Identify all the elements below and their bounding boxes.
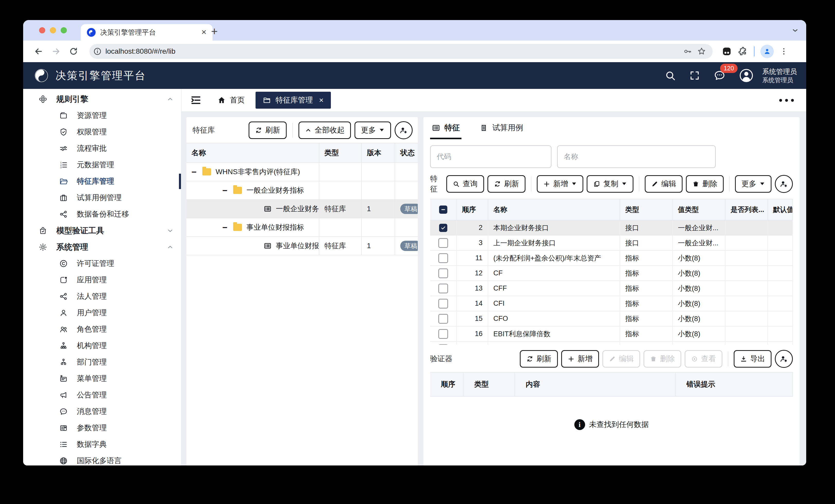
validator-delete-button[interactable]: 删除 xyxy=(644,350,681,368)
bookmark-star-icon[interactable] xyxy=(697,46,707,56)
tab-close-button[interactable]: × xyxy=(201,27,206,36)
tree-row-general-folder[interactable]: − 一般企业财务指标 xyxy=(186,181,319,200)
close-tab-icon[interactable]: × xyxy=(319,96,324,105)
row-checkbox[interactable] xyxy=(430,220,457,235)
sidebar-item-data-dict[interactable]: 数据字典 xyxy=(23,436,181,453)
browser-menu-kebab-icon[interactable] xyxy=(779,47,788,56)
tab-features[interactable]: 特征 xyxy=(430,123,462,139)
features-more-button[interactable]: 更多 xyxy=(735,175,772,193)
sidebar-item-feature-lib-mgmt[interactable]: 特征库管理 xyxy=(23,173,181,190)
sidebar-item-legal-entity-mgmt[interactable]: 法人管理 xyxy=(23,288,181,304)
messages-button[interactable]: 120 xyxy=(713,69,726,82)
row-checkbox[interactable] xyxy=(430,266,457,281)
sidebar-item-menu-mgmt[interactable]: 菜单管理 xyxy=(23,371,181,387)
browser-tab[interactable]: 决策引擎管理平台 × xyxy=(81,24,212,41)
table-row[interactable]: CF xyxy=(488,266,620,281)
validator-edit-button[interactable]: 编辑 xyxy=(602,350,640,368)
tree-column-settings-button[interactable] xyxy=(394,121,413,139)
sidebar-item-i18n[interactable]: 国际化多语言 xyxy=(23,453,181,465)
sidebar-item-announcement-mgmt[interactable]: 公告管理 xyxy=(23,387,181,403)
user-avatar-icon[interactable] xyxy=(739,68,754,83)
password-key-icon[interactable] xyxy=(683,47,692,56)
row-checkbox[interactable] xyxy=(430,235,457,251)
copy-button[interactable]: 复制 xyxy=(587,175,633,193)
sidebar-item-org-mgmt[interactable]: 机构管理 xyxy=(23,338,181,354)
table-row[interactable]: 上一期企业财务接口 xyxy=(488,235,620,251)
table-row[interactable]: CFO xyxy=(488,311,620,327)
tree-row-general-leaf[interactable]: 一般企业财务指标 xyxy=(186,200,319,218)
select-all-checkbox[interactable] xyxy=(430,200,457,220)
sidebar-group-model-validation-tools[interactable]: 模型验证工具 xyxy=(23,223,181,239)
sidebar-item-param-mgmt[interactable]: 参数管理 xyxy=(23,420,181,436)
row-checkbox[interactable] xyxy=(430,281,457,296)
validator-refresh-button[interactable]: 刷新 xyxy=(520,350,558,368)
sidebar-item-role-mgmt[interactable]: 角色管理 xyxy=(23,321,181,338)
tree-row-whns[interactable]: − WHNS非零售内评(特征库) xyxy=(186,163,319,181)
add-button[interactable]: 新增 xyxy=(537,175,583,193)
page-overflow-menu-icon[interactable] xyxy=(779,99,794,102)
sidebar-group-rule-engine[interactable]: 规则引擎 xyxy=(23,91,181,107)
tree-row-institution-leaf[interactable]: 事业单位财报指标 xyxy=(186,237,319,255)
validator-add-button[interactable]: 新增 xyxy=(561,350,599,368)
sidebar-item-resource-mgmt[interactable]: 资源管理 xyxy=(23,107,181,124)
sidebar-item-test-case-mgmt[interactable]: 试算用例管理 xyxy=(23,190,181,206)
code-filter-input[interactable] xyxy=(430,145,551,168)
tree-more-button[interactable]: 更多 xyxy=(354,122,391,139)
url-bar[interactable]: localhost:8080/#/re/lib xyxy=(89,44,713,59)
close-window-button[interactable] xyxy=(39,27,45,34)
table-row[interactable]: EBIT利息保障倍数增长率 xyxy=(488,342,620,345)
validator-column-settings-button[interactable] xyxy=(775,350,793,368)
sidebar-item-permission-mgmt[interactable]: 权限管理 xyxy=(23,124,181,140)
tab-test-cases[interactable]: 试算用例 xyxy=(478,123,525,139)
user-info[interactable]: 系统管理员 系统管理员 xyxy=(762,68,797,83)
sidebar-item-message-mgmt[interactable]: 消息管理 xyxy=(23,403,181,420)
tree-collapse-toggle[interactable]: − xyxy=(191,167,197,176)
row-checkbox[interactable] xyxy=(430,311,457,327)
table-row[interactable]: EBIT利息保障倍数 xyxy=(488,327,620,342)
sidebar-item-license-mgmt[interactable]: 许可证管理 xyxy=(23,255,181,272)
edit-button[interactable]: 编辑 xyxy=(645,175,683,193)
row-checkbox[interactable] xyxy=(430,251,457,266)
table-row[interactable]: (未分配利润+盈余公积)/年末总资产 xyxy=(488,251,620,266)
tab-search-chevron-icon[interactable] xyxy=(791,26,799,34)
dark-extension-icon[interactable] xyxy=(721,46,732,57)
table-row[interactable]: CFF xyxy=(488,281,620,296)
tree-collapse-toggle[interactable]: − xyxy=(222,223,227,232)
sidebar-item-metadata-mgmt[interactable]: 123 元数据管理 xyxy=(23,157,181,173)
features-column-settings-button[interactable] xyxy=(775,175,793,193)
search-icon[interactable] xyxy=(665,70,676,81)
sidebar-item-user-mgmt[interactable]: 用户管理 xyxy=(23,304,181,321)
collapse-all-button[interactable]: 全部收起 xyxy=(299,122,351,139)
export-button[interactable]: 导出 xyxy=(734,350,772,368)
fullscreen-icon[interactable] xyxy=(689,70,700,81)
validator-view-button[interactable]: 查看 xyxy=(685,350,722,368)
sidebar-item-process-approval[interactable]: 流程审批 xyxy=(23,140,181,157)
browser-profile-avatar[interactable] xyxy=(760,45,774,58)
delete-button[interactable]: 删除 xyxy=(686,175,724,193)
sidebar-group-system-mgmt[interactable]: 系统管理 xyxy=(23,239,181,255)
features-refresh-button[interactable]: 刷新 xyxy=(487,175,526,193)
row-checkbox[interactable] xyxy=(430,327,457,342)
tree-row-institution-folder[interactable]: − 事业单位财报指标 xyxy=(186,218,319,237)
table-row[interactable]: CFI xyxy=(488,296,620,311)
tree-collapse-toggle[interactable]: − xyxy=(222,186,227,195)
sidebar-item-data-backup-migration[interactable]: 数据备份和迁移 xyxy=(23,206,181,223)
site-info-icon[interactable] xyxy=(93,47,102,56)
table-row[interactable]: 本期企业财务接口 xyxy=(488,220,620,235)
tab-home[interactable]: 首页 xyxy=(218,95,245,105)
sidebar-item-dept-mgmt[interactable]: 部门管理 xyxy=(23,354,181,371)
back-icon[interactable] xyxy=(31,44,46,59)
sidebar-item-app-mgmt[interactable]: 应用管理 xyxy=(23,272,181,288)
row-checkbox[interactable] xyxy=(430,342,457,345)
maximize-window-button[interactable] xyxy=(61,27,67,34)
new-tab-button[interactable]: + xyxy=(207,24,222,39)
tab-feature-lib-mgmt[interactable]: 特征库管理 × xyxy=(256,92,331,109)
reload-icon[interactable] xyxy=(66,44,81,59)
tree-refresh-button[interactable]: 刷新 xyxy=(249,122,287,139)
query-button[interactable]: 查询 xyxy=(446,175,484,193)
minimize-window-button[interactable] xyxy=(50,27,56,34)
extensions-puzzle-icon[interactable] xyxy=(738,46,748,57)
row-checkbox[interactable] xyxy=(430,296,457,311)
forward-icon[interactable] xyxy=(48,44,64,59)
name-filter-input[interactable] xyxy=(557,145,716,168)
